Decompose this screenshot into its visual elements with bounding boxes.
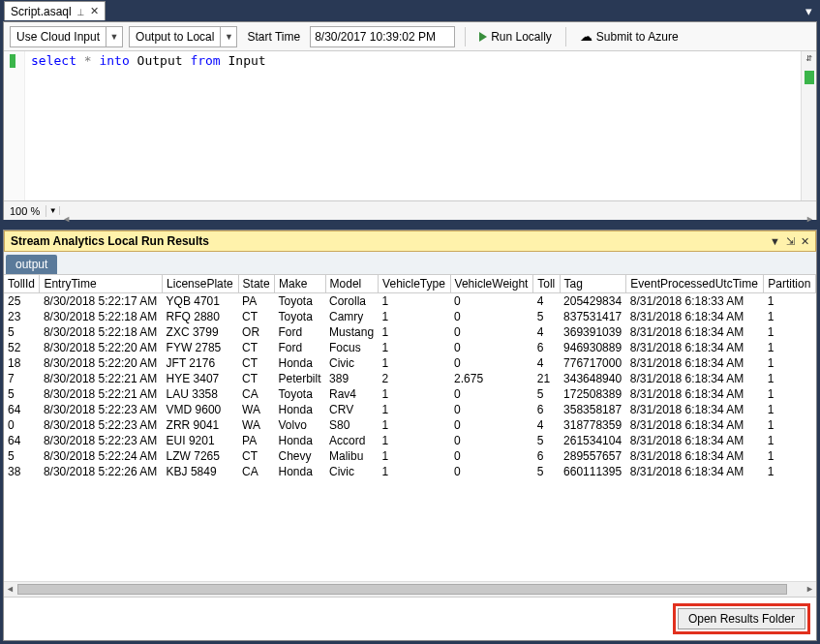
column-header[interactable]: Model bbox=[325, 275, 379, 293]
close-panel-icon[interactable]: ✕ bbox=[801, 235, 809, 248]
table-cell: 8/30/2018 5:22:23 AM bbox=[40, 417, 163, 433]
change-marker-icon bbox=[10, 54, 15, 68]
table-cell: 1 bbox=[379, 386, 450, 402]
zoom-level[interactable]: 100 % bbox=[4, 205, 46, 217]
table-row[interactable]: 188/30/2018 5:22:20 AMJFT 2176CTHondaCiv… bbox=[4, 355, 816, 371]
table-row[interactable]: 238/30/2018 5:22:18 AMRFQ 2880CTToyotaCa… bbox=[4, 309, 816, 324]
table-cell: 1 bbox=[764, 417, 816, 433]
table-cell: 8/31/2018 6:18:34 AM bbox=[626, 402, 764, 417]
table-cell: EUI 9201 bbox=[163, 433, 239, 448]
table-cell: 1 bbox=[379, 355, 450, 371]
chevron-down-icon[interactable]: ▼ bbox=[106, 32, 122, 42]
table-row[interactable]: 388/30/2018 5:22:26 AMKBJ 5849CAHondaCiv… bbox=[4, 464, 816, 479]
table-cell: 8/31/2018 6:18:34 AM bbox=[626, 355, 764, 371]
column-header[interactable]: Tag bbox=[560, 275, 626, 293]
table-cell: CRV bbox=[325, 402, 379, 417]
column-header[interactable]: Partition bbox=[764, 275, 816, 293]
table-cell: Toyota bbox=[274, 386, 325, 402]
table-cell: 0 bbox=[450, 402, 533, 417]
table-cell: CT bbox=[238, 340, 274, 355]
table-cell: LZW 7265 bbox=[163, 448, 239, 464]
table-cell: 261534104 bbox=[560, 433, 626, 448]
table-cell: 1 bbox=[764, 293, 816, 310]
table-cell: Honda bbox=[274, 464, 325, 479]
table-cell: 1 bbox=[764, 355, 816, 371]
titlebar: Script.asaql ⟂ ✕ ▾ bbox=[0, 0, 820, 21]
close-tab-icon[interactable]: ✕ bbox=[90, 5, 99, 17]
table-cell: 946930889 bbox=[560, 340, 626, 355]
table-cell: 1 bbox=[764, 448, 816, 464]
table-cell: 8/30/2018 5:22:23 AM bbox=[40, 402, 163, 417]
table-cell: Chevy bbox=[274, 448, 325, 464]
table-cell: 0 bbox=[450, 386, 533, 402]
column-header[interactable]: EntryTime bbox=[40, 275, 163, 293]
pin-icon[interactable]: ⟂ bbox=[77, 6, 84, 17]
table-cell: 0 bbox=[450, 340, 533, 355]
open-results-folder-button[interactable]: Open Results Folder bbox=[678, 608, 805, 629]
table-cell: 5 bbox=[4, 448, 40, 464]
column-header[interactable]: EventProcessedUtcTime bbox=[626, 275, 764, 293]
table-row[interactable]: 528/30/2018 5:22:20 AMFYW 2785CTFordFocu… bbox=[4, 340, 816, 355]
run-locally-button[interactable]: Run Locally bbox=[475, 30, 556, 44]
table-row[interactable]: 58/30/2018 5:22:18 AMZXC 3799ORFordMusta… bbox=[4, 324, 816, 340]
results-panel: Stream Analytics Local Run Results ▼ ⇲ ✕… bbox=[4, 230, 816, 640]
table-row[interactable]: 648/30/2018 5:22:23 AMEUI 9201PAHondaAcc… bbox=[4, 433, 816, 448]
table-row[interactable]: 58/30/2018 5:22:24 AMLZW 7265CTChevyMali… bbox=[4, 448, 816, 464]
output-tab[interactable]: output bbox=[6, 255, 57, 274]
output-mode-combo[interactable]: Output to Local ▼ bbox=[129, 26, 237, 47]
column-header[interactable]: VehicleType bbox=[379, 275, 450, 293]
table-row[interactable]: 58/30/2018 5:22:21 AMLAU 3358CAToyotaRav… bbox=[4, 386, 816, 402]
table-cell: 18 bbox=[4, 355, 40, 371]
table-cell: 8/31/2018 6:18:34 AM bbox=[626, 309, 764, 324]
table-cell: Focus bbox=[325, 340, 379, 355]
table-row[interactable]: 08/30/2018 5:22:23 AMZRR 9041WAVolvoS801… bbox=[4, 417, 816, 433]
results-grid-wrap[interactable]: TollIdEntryTimeLicensePlateStateMakeMode… bbox=[4, 275, 816, 581]
table-cell: 5 bbox=[533, 386, 560, 402]
column-header[interactable]: TollId bbox=[4, 275, 40, 293]
chevron-down-icon[interactable]: ▼ bbox=[221, 32, 236, 42]
query-editor[interactable]: select * into Output from Input ⇵ bbox=[4, 51, 816, 200]
table-cell: 318778359 bbox=[560, 417, 626, 433]
table-row[interactable]: 78/30/2018 5:22:21 AMHYE 3407CTPeterbilt… bbox=[4, 371, 816, 386]
editor-gutter bbox=[4, 51, 25, 200]
table-row[interactable]: 648/30/2018 5:22:23 AMVMD 9600WAHondaCRV… bbox=[4, 402, 816, 417]
column-header[interactable]: Toll bbox=[533, 275, 560, 293]
scroll-thumb[interactable] bbox=[17, 584, 787, 595]
table-cell: 660111395 bbox=[560, 464, 626, 479]
pin-icon[interactable]: ⇲ bbox=[786, 235, 795, 248]
chevron-down-icon[interactable]: ▼ bbox=[770, 235, 780, 248]
titlebar-menu-icon[interactable]: ▾ bbox=[805, 4, 816, 18]
table-cell: 8/31/2018 6:18:34 AM bbox=[626, 417, 764, 433]
table-row[interactable]: 258/30/2018 5:22:17 AMYQB 4701PAToyotaCo… bbox=[4, 293, 816, 310]
table-cell: YQB 4701 bbox=[163, 293, 239, 310]
table-cell: 369391039 bbox=[560, 324, 626, 340]
query-text[interactable]: select * into Output from Input bbox=[25, 51, 272, 200]
file-tab[interactable]: Script.asaql ⟂ ✕ bbox=[4, 1, 106, 20]
chevron-down-icon[interactable]: ▼ bbox=[46, 206, 60, 215]
table-cell: Corolla bbox=[325, 293, 379, 310]
table-cell: 1 bbox=[764, 433, 816, 448]
table-cell: 6 bbox=[533, 340, 560, 355]
table-cell: 6 bbox=[533, 402, 560, 417]
table-cell: 8/30/2018 5:22:24 AM bbox=[40, 448, 163, 464]
start-time-input[interactable]: 8/30/2017 10:39:02 PM bbox=[310, 26, 455, 47]
table-cell: 1 bbox=[379, 464, 450, 479]
run-locally-label: Run Locally bbox=[491, 30, 552, 44]
table-cell: Volvo bbox=[274, 417, 325, 433]
table-cell: 1 bbox=[379, 324, 450, 340]
table-cell: Mustang bbox=[325, 324, 379, 340]
grid-hscroll[interactable]: ◄ ► bbox=[4, 581, 816, 597]
table-cell: Accord bbox=[325, 433, 379, 448]
table-cell: 1 bbox=[379, 448, 450, 464]
column-header[interactable]: VehicleWeight bbox=[450, 275, 533, 293]
column-header[interactable]: Make bbox=[274, 275, 325, 293]
input-mode-combo[interactable]: Use Cloud Input ▼ bbox=[10, 26, 123, 47]
table-cell: 776717000 bbox=[560, 355, 626, 371]
results-title: Stream Analytics Local Run Results bbox=[11, 234, 209, 248]
column-header[interactable]: State bbox=[238, 275, 274, 293]
column-header[interactable]: LicensePlate bbox=[163, 275, 239, 293]
split-icon[interactable]: ⇵ bbox=[802, 51, 816, 64]
table-cell: 1 bbox=[764, 464, 816, 479]
submit-azure-button[interactable]: ☁ Submit to Azure bbox=[576, 29, 683, 44]
table-cell: Toyota bbox=[274, 293, 325, 310]
